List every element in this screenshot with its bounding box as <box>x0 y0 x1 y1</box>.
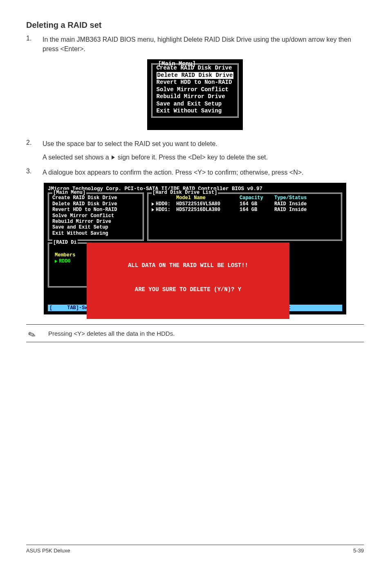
menu-item: Rebuild Mirror Drive <box>157 93 234 101</box>
hdd-row: HDD1: HDS722516DLA380 164 GB RAID Inside <box>152 207 338 213</box>
raid-panel-title: [RAID Di <box>52 240 78 245</box>
dialog-line-2: ARE YOU SURE TO DELETE (Y/N)? Y <box>90 286 286 294</box>
hdd-list-panel: [Hard Disk Drive List] Model Name Capaci… <box>147 193 342 241</box>
triangle-icon <box>152 202 154 206</box>
triangle-icon <box>55 260 57 263</box>
menu-item: Save and Exit Setup <box>157 101 234 108</box>
step-subtext-2: A selected set shows a sign before it. P… <box>43 153 364 162</box>
bios-menu-item: Create RAID Disk Drive <box>52 195 139 201</box>
menu-item: Revert HDD to Non-RAID <box>157 79 234 86</box>
confirm-dialog: ALL DATA ON THE RAID WILL BE LOST!! ARE … <box>87 242 289 319</box>
bios-menu-item: Solve Mirror Conflict <box>52 213 139 219</box>
main-menu-panel-title: [Main Menu] <box>52 190 86 195</box>
hdd-list-panel-title: [Hard Disk Drive List] <box>152 190 218 195</box>
main-menu-screenshot: [Main Menu] Create RAID Disk Drive Delet… <box>147 59 243 130</box>
step-number-3: 3. <box>26 168 43 177</box>
menu-item-selected: Delete RAID Disk Drive <box>157 72 234 79</box>
dialog-line-1: ALL DATA ON THE RAID WILL BE LOST!! <box>90 262 286 270</box>
bios-screenshot: JMicron Technology Corp. PCI-to-SATA II/… <box>44 183 346 314</box>
note-callout: ✎ Pressing <Y> deletes all the data in t… <box>26 324 364 342</box>
bios-menu-item: Exit Without Saving <box>52 231 139 236</box>
note-text: Pressing <Y> deletes all the data in the… <box>48 330 175 337</box>
step-number-1: 1. <box>26 35 43 54</box>
step-text-3: A dialogue box appears to confirm the ac… <box>43 168 364 177</box>
step-number-2: 2. <box>26 139 43 162</box>
step-text-2: Use the space bar to select the RAID set… <box>43 139 364 148</box>
step-text-1: In the main JMB363 RAID BIOS menu, highl… <box>43 35 364 54</box>
footer-left: ASUS P5K Deluxe <box>26 548 70 554</box>
triangle-icon <box>112 155 115 159</box>
menu-item: Exit Without Saving <box>157 108 234 115</box>
menu-item: Solve Mirror Conflict <box>157 86 234 94</box>
triangle-icon <box>152 208 154 211</box>
bios-menu-item: Delete RAID Disk Drive <box>52 201 139 207</box>
bios-menu-item: Revert HDD to Non-RAID <box>52 207 139 213</box>
main-menu-panel: [Main Menu] Create RAID Disk Drive Delet… <box>48 193 144 241</box>
bios-menu-item: Rebuild Mirror Drive <box>52 219 139 224</box>
hdd-header-row: Model Name Capacity Type/Status <box>152 195 338 201</box>
footer-right: 5-39 <box>353 548 364 554</box>
pencil-icon: ✎ <box>25 325 49 342</box>
hdd-row: HDD0: HDS722516VLSA80 164 GB RAID Inside <box>152 201 338 207</box>
section-heading: Deleting a RAID set <box>26 20 364 30</box>
bios-menu-item: Save and Exit Setup <box>52 224 139 230</box>
